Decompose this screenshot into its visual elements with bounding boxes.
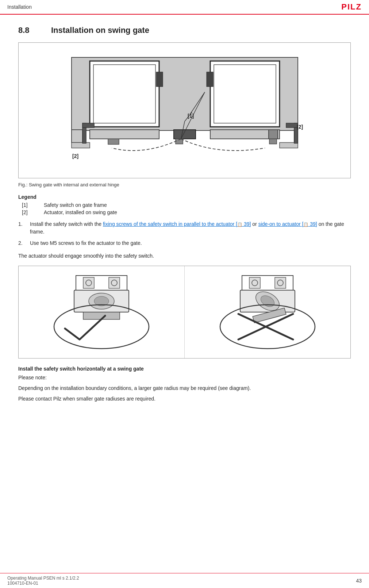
pilz-logo: PILZ xyxy=(341,2,362,12)
svg-rect-30 xyxy=(83,277,94,288)
actuator-note: The actuator should engage smoothly into… xyxy=(18,252,351,260)
link-side-on[interactable]: side-on to actuator [📋 39] xyxy=(258,221,317,227)
footer-manual-id: 1004710-EN-01 xyxy=(7,581,79,586)
svg-rect-21 xyxy=(82,123,94,128)
svg-text:[2]: [2] xyxy=(297,124,303,130)
footer-left: Operating Manual PSEN ml s 2.1/2.2 10047… xyxy=(7,576,79,586)
legend-key-2: [2] xyxy=(22,209,36,215)
svg-rect-12 xyxy=(269,130,278,139)
instruction-1: 1. Install the safety switch with the fi… xyxy=(18,220,351,236)
fig-caption: Fig.: Swing gate with internal and exter… xyxy=(18,182,351,187)
install-note-1: Please note: xyxy=(18,374,351,382)
section-number: 8.8 xyxy=(18,26,40,35)
image-cell-incorrect xyxy=(185,266,350,358)
legend-item-2: [2] Actuator, installed on swing gate xyxy=(18,209,351,215)
correct-installation-diagram xyxy=(47,272,156,352)
svg-rect-41 xyxy=(275,277,286,288)
footer-page: 43 xyxy=(356,578,362,584)
header-title: Installation xyxy=(7,4,32,10)
svg-rect-31 xyxy=(109,277,120,288)
figure-box: [1] [2] [2] xyxy=(18,42,351,178)
section-title: Installation on swing gate xyxy=(51,26,149,35)
header: Installation PILZ xyxy=(0,0,369,15)
svg-text:[2]: [2] xyxy=(72,153,78,159)
section-heading: 8.8 Installation on swing gate xyxy=(18,26,351,35)
page-content: 8.8 Installation on swing gate xyxy=(0,15,369,417)
svg-rect-13 xyxy=(269,139,277,144)
svg-rect-15 xyxy=(72,143,90,148)
legend-title: Legend xyxy=(18,194,351,200)
instruction-num-2: 2. xyxy=(18,239,26,247)
svg-rect-40 xyxy=(249,277,260,288)
legend-value-2: Actuator, installed on swing gate xyxy=(44,209,117,215)
legend-value-1: Safety switch on gate frame xyxy=(44,202,107,208)
footer: Operating Manual PSEN ml s 2.1/2.2 10047… xyxy=(0,573,369,588)
legend-key-1: [1] xyxy=(22,202,36,208)
install-note-3: Please contact Pilz when smaller gate ra… xyxy=(18,395,351,403)
svg-rect-5 xyxy=(156,72,163,87)
instruction-2: 2. Use two M5 screws to fix the actuator… xyxy=(18,239,351,247)
footer-manual-name: Operating Manual PSEN ml s 2.1/2.2 xyxy=(7,576,79,581)
install-section-heading: Install the safety switch horizontally a… xyxy=(18,366,351,372)
swing-gate-diagram: [1] [2] [2] xyxy=(61,50,309,174)
svg-rect-19 xyxy=(286,123,298,128)
legend-item-1: [1] Safety switch on gate frame xyxy=(18,202,351,208)
svg-rect-4 xyxy=(214,65,276,123)
instructions: 1. Install the safety switch with the fi… xyxy=(18,220,351,247)
instruction-text-1: Install the safety switch with the fixin… xyxy=(30,220,351,236)
diagram-container: [1] [2] [2] xyxy=(22,50,347,174)
svg-rect-6 xyxy=(207,72,213,87)
svg-rect-8 xyxy=(108,139,119,144)
two-image-box xyxy=(18,266,351,359)
instruction-text-2: Use two M5 screws to fix the actuator to… xyxy=(30,239,351,247)
instruction-num-1: 1. xyxy=(18,220,26,236)
install-note-2: Depending on the installation boundary c… xyxy=(18,384,351,392)
svg-rect-14 xyxy=(72,130,82,143)
image-cell-correct xyxy=(19,266,185,358)
incorrect-installation-diagram xyxy=(213,272,322,352)
svg-rect-2 xyxy=(93,65,155,123)
legend-section: Legend [1] Safety switch on gate frame [… xyxy=(18,194,351,215)
link-fixing-screws[interactable]: fixing screws of the safety switch in pa… xyxy=(103,221,251,227)
svg-rect-7 xyxy=(90,130,159,139)
